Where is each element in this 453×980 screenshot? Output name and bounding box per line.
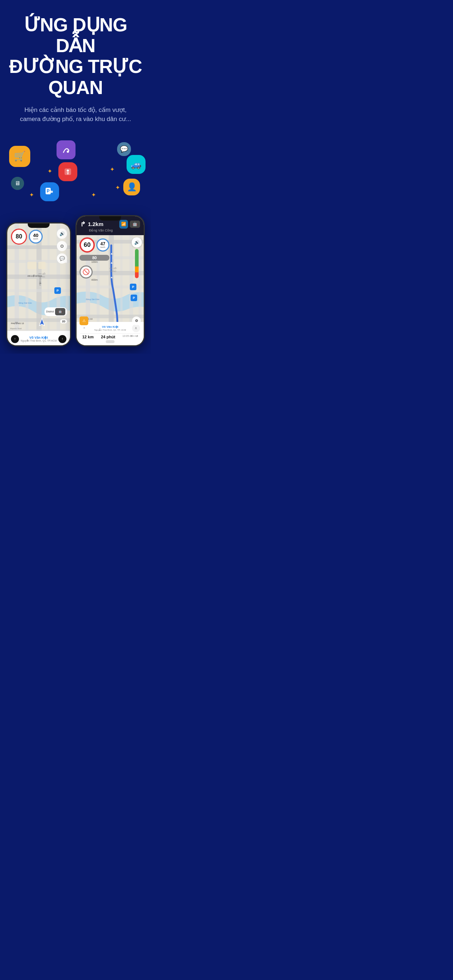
traffic-bar [135,249,139,278]
navigate-direction-button[interactable]: ↑ [58,335,66,343]
traffic-red [135,272,139,278]
nav-time-stat: 24 phút [101,335,115,339]
street-name-label: Võ Văn Kiệt [21,336,57,339]
person-floating-icon: 👤 [123,179,140,196]
phone2-notch [99,216,121,221]
settings-bottom-icon[interactable]: ⚙ [132,317,141,325]
svg-text:▲: ▲ [110,275,113,279]
view-2d-label[interactable]: 2D [60,320,67,323]
svg-text:ĐÔNG: ĐÔNG [110,270,116,272]
info-button[interactable]: 💬 [57,253,67,264]
hero-title: ỨNG DỤNG DẪN ĐƯỜNG TRỰC QUAN [7,14,144,98]
river-label-p2: Sông Sài Gòn [86,298,99,301]
warning-speed-80: 80 100m [80,255,109,263]
parking-map-icon-p2: P [131,294,137,301]
chat-floating-icon: 💬 [117,142,131,156]
speed-indicators-row: 60 47 km/h [80,237,109,253]
nav-arrival-stat: 10:05 đến nơi [123,335,138,339]
camera-warning-icon: 🚫 [83,268,90,275]
svg-text:P: P [47,188,49,194]
time-value: 24 phút [101,335,115,339]
svg-rect-21 [27,262,37,269]
phone2-right-bar: 🔊 [132,237,142,278]
speed-unit: km/h [33,238,38,240]
camera-warning: 🚫 400m [80,266,109,281]
nav-distance-display: ↱ 1.2km [80,220,104,228]
hero-subtitle: Hiện các cảnh báo tốc độ, cấm vượt, came… [17,105,134,124]
nav-bottom-sub: Nguyễn Thái Bình, Q1, TP. HCM [94,328,126,331]
star-icon-5: ✦ [29,191,34,198]
screen-floating-icon: 🖥 [11,177,24,190]
svg-point-0 [67,151,69,153]
title-line1: ỨNG DỤNG DẪN [24,14,127,56]
robot-icon: 🤖 [55,308,65,315]
phone1-speed-badges: 80 40 km/h [11,229,43,245]
phone1-wrapper: TÔ HIỆU AN LỢI ĐÔNG 30° AN LỢI ĐÔNG P [6,223,71,346]
nav-distance-value: 1.2km [88,221,104,227]
floating-icons-area: ✦ ✦ ✦ ✦ ✦ ✦ 🛒 💬 🚙 🖥 P [0,138,151,212]
turn-direction-icon: ↱ [80,220,86,228]
speed-limit-badge: 80 [11,229,27,245]
svg-point-2 [67,170,69,172]
expand-nav-button[interactable]: ∧ [132,324,140,332]
star-icon-4: ✦ [115,184,120,191]
traffic-orange [135,267,139,272]
svg-rect-11 [48,223,49,345]
phone2-left-panel: 60 47 km/h 80 100m 🚫 [80,237,109,281]
robot-nav-icon: 🤖 [130,221,140,228]
speed-unit-p2: km/h [100,246,105,248]
svg-text:▲: ▲ [110,252,113,255]
district-label: District 🤖 [45,307,67,316]
speed-limit-60: 60 [80,237,95,253]
current-speed-47: 47 km/h [96,239,109,251]
phones-section: TÔ HIỆU AN LỢI ĐÔNG 30° AN LỢI ĐÔNG P [0,215,151,354]
svg-text:AN LỢI: AN LỢI [109,267,117,270]
svg-rect-3 [67,172,69,173]
distance-value: 12 km [83,335,94,339]
cart-floating-icon: 🛒 [9,146,30,167]
area-label-phone1: AN LỢI ĐÔNG [27,275,42,277]
nav-bottom-street: Võ Văn Kiệt [94,325,126,328]
arrival-value: 10:05 đến nơi [123,335,138,337]
phone1-notch [28,223,49,228]
warning-dist-label: 100m [80,261,109,263]
current-speed-value: 47 [100,242,105,246]
majestic-label: Majestic Hotel [10,328,22,329]
title-line2: ĐƯỜNG TRỰC QUAN [9,56,142,98]
svg-text:▲: ▲ [110,261,113,264]
parking-floating-icon: P [40,182,59,201]
nav-stats: 12 km 24 phút 10:05 đến nơi [80,333,140,339]
phuong-13-label: PHƯỜNG 13 [11,322,24,325]
swirl-floating-icon [57,140,75,159]
nav-expand-handle[interactable] [106,340,115,343]
nav-street-label: Đồng Văn Công [89,229,140,232]
star-icon-6: ✦ [91,191,96,198]
nav-distance-stat: 12 km [83,335,94,339]
street-sub-label: Nguyễn Thái Bình, Q1, TP.HCM [21,339,57,342]
svg-rect-4 [67,173,69,174]
svg-rect-7 [50,191,53,193]
speed-limit-60-value: 60 [84,241,91,249]
sound-button-phone1[interactable]: 🔊 [57,229,67,239]
camera-floating-icon [58,162,77,181]
cam-dist-label: 400m [80,278,109,281]
car-floating-icon: 🚙 [126,155,145,174]
phone1-right-controls: 🔊 ⊙ 💬 [57,229,67,264]
svg-rect-22 [38,262,46,269]
nav-bottom-bar: × Võ Văn Kiệt Nguyễn Thái Bình, Q1, TP. … [77,322,144,345]
layers-button[interactable]: ⊙ [57,241,67,251]
sound-button-phone2[interactable]: 🔊 [132,237,142,248]
nav-header-icons: 📶 🤖 [119,220,140,229]
current-speed-badge: 40 km/h [29,230,43,243]
phone1: TÔ HIỆU AN LỢI ĐÔNG 30° AN LỢI ĐÔNG P [6,223,71,346]
warning-bottom-icon[interactable]: ⚠ [80,317,88,325]
speed-limit-value: 80 [16,234,22,240]
star-icon-3: ✦ [110,166,115,173]
hero-section: ỨNG DỤNG DẪN ĐƯỜNG TRỰC QUAN Hiện các cả… [0,0,151,135]
wifi-nav-icon: 📶 [119,220,128,229]
phone2: ▲ ▲ ▲ AN LỢI ĐÔNG P P Sông Sài Gòn PHƯỜN… [75,215,145,346]
close-nav-button[interactable]: × [80,324,88,332]
phone2-wrapper: ▲ ▲ ▲ AN LỢI ĐÔNG P P Sông Sài Gòn PHƯỜN… [75,215,145,346]
navigate-up-button[interactable]: ↑ [11,335,19,343]
traffic-green [135,249,139,267]
